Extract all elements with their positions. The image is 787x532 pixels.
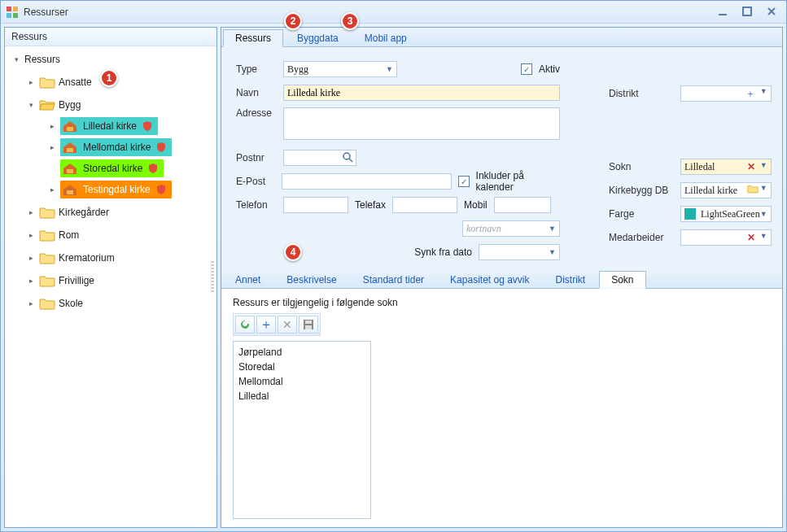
folder-icon	[39, 75, 55, 89]
clear-icon[interactable]: ✕	[744, 161, 759, 173]
tree-body[interactable]: ▾ Ressurs ▸ Ansatte ▾ Bygg	[5, 46, 216, 527]
distrikt-dropdown[interactable]: ＋▼	[680, 85, 772, 102]
chevron-down-icon: ▼	[760, 232, 767, 244]
sokn-dropdown[interactable]: Lilledal ✕▼	[680, 159, 772, 175]
chevron-down-icon: ▼	[760, 184, 767, 197]
tree-leaf-label: Lilledal kirke	[81, 120, 138, 132]
epost-input[interactable]	[282, 173, 453, 190]
tree-root-label: Ressurs	[24, 54, 60, 65]
label-kirkebygg: Kirkebygg DB	[609, 185, 674, 196]
save-button[interactable]	[299, 316, 318, 334]
expander-icon[interactable]: ▸	[26, 299, 36, 308]
window-maximize-button[interactable]	[739, 4, 755, 19]
tree-label: Kirkegårder	[59, 207, 109, 218]
expander-icon[interactable]: ▸	[47, 121, 57, 131]
type-value: Bygg	[287, 63, 308, 76]
sub-tabs: Annet Beskrivelse Standard tider Kapasit…	[221, 269, 782, 289]
list-item[interactable]: Mellomdal	[238, 374, 365, 389]
mobil-input[interactable]	[494, 197, 551, 213]
tree-leaf-lilledal[interactable]: ▸ Lilledal kirke	[10, 116, 215, 136]
label-distrikt: Distrikt	[609, 88, 674, 99]
expander-icon[interactable]: ▸	[47, 142, 57, 152]
shield-icon	[147, 163, 159, 174]
folder-open-icon	[39, 98, 55, 112]
folder-icon	[39, 251, 55, 265]
sokn-listbox[interactable]: Jørpeland Storedal Mellomdal Lilledal	[233, 341, 371, 519]
expander-icon[interactable]: ▸	[26, 77, 36, 87]
expander-icon[interactable]: ▸	[26, 230, 36, 240]
tree-root[interactable]: ▾ Ressurs	[10, 50, 215, 69]
folder-icon	[39, 273, 55, 288]
search-icon[interactable]	[342, 151, 353, 163]
tab-label: Kapasitet og avvik	[450, 274, 529, 286]
svg-rect-9	[67, 190, 73, 194]
app-icon	[6, 6, 19, 19]
tree-node-kirkegarder[interactable]: ▸ Kirkegårder	[10, 203, 215, 222]
tree-panel: Ressurs ▾ Ressurs ▸ Ansatte ▾	[4, 27, 217, 528]
inkluder-checkbox[interactable]: ✓	[458, 176, 469, 187]
splitter-handle[interactable]	[208, 28, 216, 527]
svg-rect-8	[67, 169, 73, 173]
building-icon	[62, 161, 78, 176]
tree-leaf-mellomdal[interactable]: ▸ Mellomdal kirke	[10, 137, 215, 157]
svg-rect-5	[743, 7, 751, 15]
tree-leaf-testingdal[interactable]: ▸ Testingdal kirke	[10, 180, 215, 199]
tab-byggdata[interactable]: Byggdata	[285, 29, 351, 47]
tree-leaf-storedal[interactable]: Storedal kirke	[10, 159, 215, 178]
farge-dropdown[interactable]: LightSeaGreen ▼	[680, 206, 772, 222]
tree-header: Ressurs	[5, 28, 216, 46]
farge-swatch	[684, 208, 696, 220]
expander-icon[interactable]: ▸	[26, 207, 36, 217]
adresse-input[interactable]	[283, 107, 560, 140]
list-item[interactable]: Lilledal	[238, 389, 365, 403]
expander-icon[interactable]: ▾	[26, 100, 36, 110]
label-navn: Navn	[236, 87, 277, 98]
list-item[interactable]: Jørpeland	[238, 345, 365, 360]
subtab-kapasitet[interactable]: Kapasitet og avvik	[438, 271, 541, 289]
label-telefax: Telefax	[355, 199, 386, 211]
aktiv-checkbox[interactable]: ✓	[521, 63, 532, 75]
svg-rect-7	[67, 148, 73, 152]
subtab-distrikt[interactable]: Distrikt	[544, 271, 598, 289]
tree-node-bygg[interactable]: ▾ Bygg	[10, 95, 215, 115]
tree-node-krematorium[interactable]: ▸ Krematorium	[10, 248, 215, 268]
kirkebygg-dropdown[interactable]: Lilledal kirke ▼	[680, 182, 772, 198]
expander-icon[interactable]: ▾	[11, 55, 21, 64]
tab-ressurs[interactable]: Ressurs	[223, 29, 283, 47]
kortnavn-dropdown[interactable]: kortnavn ▼	[462, 220, 560, 237]
label-telefon: Telefon	[236, 199, 277, 211]
expander-icon[interactable]: ▸	[26, 276, 36, 286]
tree-node-rom[interactable]: ▸ Rom	[10, 225, 215, 245]
sokn-caption: Ressurs er tilgjengelig i følgende sokn	[233, 297, 771, 308]
list-item[interactable]: Storedal	[238, 360, 365, 374]
plus-icon[interactable]: ＋	[742, 87, 759, 101]
subtab-annet[interactable]: Annet	[223, 271, 273, 289]
type-dropdown[interactable]: Bygg ▼	[283, 61, 397, 77]
delete-button[interactable]: ✕	[278, 316, 297, 334]
medarbeider-dropdown[interactable]: ✕▼	[680, 229, 772, 246]
subtab-standard[interactable]: Standard tider	[351, 271, 436, 289]
refresh-button[interactable]	[235, 316, 255, 334]
tree-leaf-label: Storedal kirke	[81, 163, 144, 174]
navn-input[interactable]	[283, 85, 560, 101]
telefax-input[interactable]	[392, 197, 457, 213]
telefon-input[interactable]	[283, 197, 348, 213]
window-close-button[interactable]	[763, 4, 780, 19]
chevron-down-icon: ▼	[386, 65, 393, 73]
kortnavn-placeholder: kortnavn	[466, 223, 501, 235]
tree-node-skole[interactable]: ▸ Skole	[10, 294, 215, 313]
clear-icon[interactable]: ✕	[744, 232, 759, 244]
tree-label: Ansatte	[59, 76, 92, 88]
shield-icon	[142, 120, 153, 132]
folder-icon[interactable]	[747, 184, 759, 197]
subtab-sokn[interactable]: Sokn	[599, 271, 645, 289]
subtab-beskrivelse[interactable]: Beskrivelse	[274, 271, 348, 289]
svg-point-10	[343, 153, 350, 159]
synk-dropdown[interactable]: ▼	[479, 244, 560, 260]
tree-node-frivillige[interactable]: ▸ Frivillige	[10, 271, 215, 290]
window-minimize-button[interactable]	[715, 4, 731, 19]
expander-icon[interactable]: ▸	[47, 185, 57, 194]
tab-mobilapp[interactable]: Mobil app	[352, 29, 419, 47]
expander-icon[interactable]: ▸	[26, 253, 36, 263]
add-button[interactable]: ＋	[256, 316, 276, 334]
